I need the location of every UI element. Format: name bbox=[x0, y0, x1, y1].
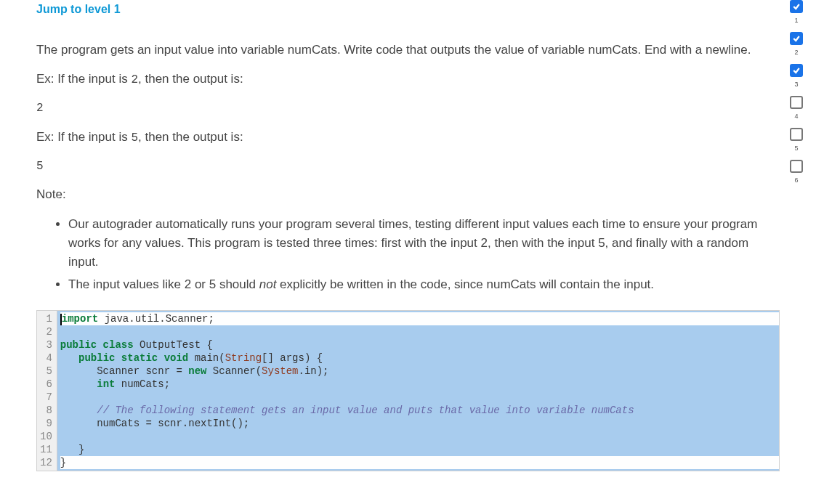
code-token: public class bbox=[60, 339, 134, 351]
code-token: import bbox=[62, 313, 98, 325]
code-line[interactable] bbox=[60, 325, 779, 338]
note2-post: explicitly be written in the code, since… bbox=[276, 277, 654, 291]
unchecked-box-icon bbox=[790, 160, 803, 173]
note-label: Note: bbox=[36, 185, 780, 204]
line-number: 12 bbox=[40, 456, 52, 469]
progress-step-5[interactable]: 5 bbox=[790, 128, 803, 154]
note2-pre: The input values like 2 or 5 should bbox=[68, 277, 259, 291]
code-line[interactable]: } bbox=[60, 456, 779, 469]
example-2-output: 5 bbox=[36, 158, 780, 176]
check-icon bbox=[790, 64, 803, 77]
code-token: System bbox=[262, 365, 298, 377]
line-number: 9 bbox=[40, 417, 52, 430]
unchecked-box-icon bbox=[790, 128, 803, 141]
progress-step-number: 6 bbox=[794, 176, 798, 186]
line-number: 6 bbox=[40, 378, 52, 391]
progress-step-2[interactable]: 2 bbox=[790, 32, 803, 58]
progress-step-1[interactable]: 1 bbox=[790, 0, 803, 26]
ex1-pre: Ex: If the input is bbox=[36, 72, 131, 86]
code-token: .in); bbox=[299, 365, 329, 377]
code-line[interactable]: // The following statement gets an input… bbox=[60, 404, 779, 417]
code-token: OutputTest { bbox=[134, 339, 213, 351]
line-number: 8 bbox=[40, 404, 52, 417]
code-line[interactable] bbox=[60, 391, 779, 404]
line-number: 4 bbox=[40, 351, 52, 365]
progress-step-number: 1 bbox=[794, 16, 798, 26]
note-item-2: The input values like 2 or 5 should not … bbox=[68, 275, 780, 294]
code-token: numCats = scnr.nextInt(); bbox=[60, 418, 249, 429]
code-token bbox=[60, 405, 97, 416]
check-icon bbox=[790, 32, 803, 45]
note-list: Our autograder automatically runs your p… bbox=[36, 215, 780, 294]
code-line[interactable]: int numCats; bbox=[60, 378, 779, 391]
code-token: // The following statement gets an input… bbox=[97, 405, 634, 416]
example-1-label: Ex: If the input is 2, then the output i… bbox=[36, 70, 780, 89]
code-token: int bbox=[97, 378, 115, 390]
code-token: String bbox=[225, 352, 262, 364]
code-line[interactable]: public class OutputTest { bbox=[60, 338, 779, 351]
note2-em: not bbox=[259, 277, 277, 291]
progress-step-4[interactable]: 4 bbox=[790, 96, 803, 122]
progress-step-6[interactable]: 6 bbox=[790, 160, 803, 186]
line-number: 2 bbox=[40, 325, 52, 338]
line-number: 5 bbox=[40, 365, 52, 378]
ex2-pre: Ex: If the input is bbox=[36, 130, 131, 144]
text-cursor bbox=[60, 314, 62, 325]
code-line[interactable]: } bbox=[60, 443, 779, 456]
problem-text: The program gets an input value into var… bbox=[36, 41, 780, 294]
line-number: 3 bbox=[40, 338, 52, 351]
progress-step-number: 2 bbox=[794, 48, 798, 58]
code-token: public static void bbox=[78, 352, 188, 364]
progress-step-number: 4 bbox=[794, 112, 798, 122]
check-icon bbox=[790, 0, 803, 13]
code-token: main( bbox=[188, 352, 225, 364]
jump-to-level-link[interactable]: Jump to level 1 bbox=[36, 1, 121, 19]
example-1-output: 2 bbox=[36, 99, 780, 118]
ex2-input: 5 bbox=[131, 131, 138, 145]
intro-text: The program gets an input value into var… bbox=[36, 41, 780, 60]
example-2-label: Ex: If the input is 5, then the output i… bbox=[36, 128, 780, 147]
code-line[interactable] bbox=[60, 430, 779, 443]
code-token: java.util.Scanner; bbox=[98, 313, 214, 325]
progress-step-3[interactable]: 3 bbox=[790, 64, 803, 90]
progress-rail: 123456 bbox=[790, 0, 803, 192]
ex1-input: 2 bbox=[131, 73, 138, 86]
code-token: Scanner( bbox=[206, 365, 262, 377]
line-number: 11 bbox=[40, 443, 52, 456]
line-number-gutter: 123456789101112 bbox=[37, 311, 57, 471]
code-token: [] args) { bbox=[262, 352, 323, 364]
ex2-post: , then the output is: bbox=[138, 130, 243, 144]
code-token bbox=[60, 378, 97, 390]
unchecked-box-icon bbox=[790, 96, 803, 109]
code-token: } bbox=[60, 444, 85, 455]
line-number: 1 bbox=[40, 312, 52, 325]
line-number: 10 bbox=[40, 430, 52, 443]
code-token: new bbox=[188, 365, 206, 377]
code-token bbox=[60, 352, 78, 364]
line-number: 7 bbox=[40, 391, 52, 404]
problem-panel: Jump to level 1 The program gets an inpu… bbox=[0, 0, 816, 471]
code-area[interactable]: import java.util.Scanner; public class O… bbox=[57, 311, 779, 471]
note-item-1: Our autograder automatically runs your p… bbox=[68, 215, 780, 272]
progress-step-number: 5 bbox=[794, 144, 798, 154]
progress-step-number: 3 bbox=[794, 80, 798, 90]
code-line[interactable]: import java.util.Scanner; bbox=[60, 312, 779, 325]
code-token: } bbox=[60, 457, 66, 468]
code-token: numCats; bbox=[115, 378, 170, 390]
code-line[interactable]: Scanner scnr = new Scanner(System.in); bbox=[60, 365, 779, 378]
code-token: Scanner scnr = bbox=[60, 365, 188, 377]
code-editor[interactable]: 123456789101112 import java.util.Scanner… bbox=[36, 310, 780, 471]
ex1-post: , then the output is: bbox=[138, 72, 243, 86]
code-line[interactable]: public static void main(String[] args) { bbox=[60, 351, 779, 365]
code-line[interactable]: numCats = scnr.nextInt(); bbox=[60, 417, 779, 430]
